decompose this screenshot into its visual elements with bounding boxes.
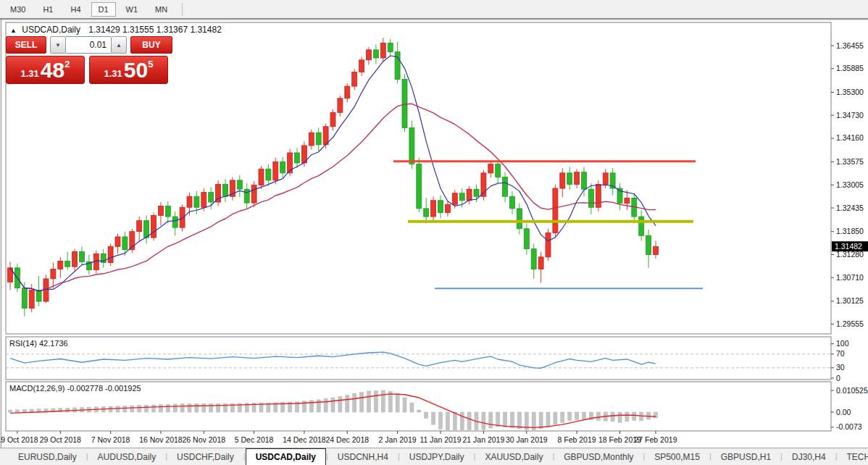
chart-tabs-bar: EURUSD,Daily|AUDUSD,Daily|USDCHF,Daily|U…	[0, 448, 868, 465]
volume-decrease-button[interactable]: ▼	[50, 36, 66, 54]
svg-text:1.36455: 1.36455	[836, 41, 864, 50]
chart-title: ▲ USDCAD,Daily 1.31429 1.31555 1.31367 1…	[10, 25, 222, 35]
svg-text:7 Nov 2018: 7 Nov 2018	[91, 435, 130, 444]
svg-text:70: 70	[836, 349, 845, 358]
collapse-triangle-icon[interactable]: ▲	[10, 27, 17, 34]
chart-tab-xauusd[interactable]: XAUUSD,Daily	[475, 450, 552, 465]
svg-text:1.33005: 1.33005	[836, 180, 864, 189]
timeframe-button-w1[interactable]: W1	[119, 2, 146, 17]
svg-text:5 Dec 2018: 5 Dec 2018	[235, 435, 274, 444]
svg-text:1.30125: 1.30125	[836, 296, 864, 305]
chart-tab-dj30[interactable]: DJ30,H4	[783, 450, 835, 465]
sell-button[interactable]: SELL	[6, 36, 46, 54]
chart-tab-usdjpy[interactable]: USDJPY,Daily	[400, 450, 474, 465]
buy-price-base: 1.31	[104, 68, 122, 79]
rsi-indicator-label: RSI(14) 42.1736	[9, 339, 68, 348]
chart-tab-gbpusd[interactable]: GBPUSD,H1	[711, 450, 780, 465]
chart-ohlc-values: 1.31429 1.31555 1.31367 1.31482	[88, 25, 222, 35]
svg-text:26 Nov 2018: 26 Nov 2018	[183, 435, 226, 444]
volume-input[interactable]	[66, 36, 111, 54]
svg-text:0.00: 0.00	[836, 408, 851, 416]
svg-text:8 Feb 2019: 8 Feb 2019	[558, 435, 596, 444]
svg-text:1.34160: 1.34160	[836, 133, 864, 142]
timeframe-button-h1[interactable]: H1	[36, 2, 60, 17]
svg-text:1.29555: 1.29555	[836, 319, 864, 328]
svg-text:1.31482: 1.31482	[835, 242, 862, 251]
timeframe-button-mn[interactable]: MN	[148, 2, 175, 17]
chart-tab-eurusd[interactable]: EURUSD,Daily	[9, 450, 86, 465]
chart-symbol-label: USDCAD,Daily	[22, 25, 80, 35]
volume-increase-button[interactable]: ▲	[111, 36, 127, 54]
chart-tab-usdcnh[interactable]: USDCNH,H4	[328, 450, 398, 465]
svg-text:11 Jan 2019: 11 Jan 2019	[420, 435, 461, 444]
svg-text:21 Jan 2019: 21 Jan 2019	[462, 435, 504, 444]
sell-price-point: 2	[64, 59, 70, 70]
svg-text:30 Jan 2019: 30 Jan 2019	[506, 435, 548, 444]
toolbar-separator	[182, 3, 183, 16]
svg-text:0.010525: 0.010525	[836, 386, 868, 395]
volume-stepper: ▼ ▲	[50, 36, 127, 54]
svg-text:30: 30	[836, 363, 845, 372]
svg-text:2 Jan 2019: 2 Jan 2019	[379, 435, 417, 444]
svg-text:1.32435: 1.32435	[836, 204, 864, 212]
mt4-terminal: { "toolbar": { "timeframes": ["M30", "H1…	[0, 0, 868, 465]
sell-price-pips: 48	[41, 58, 64, 83]
svg-text:19 Oct 2018: 19 Oct 2018	[0, 435, 38, 444]
svg-text:1.30710: 1.30710	[836, 273, 864, 282]
chart-tab-tech100[interactable]: TECH100,H1	[838, 450, 868, 465]
buy-price-pips: 50	[124, 58, 148, 83]
svg-text:27 Feb 2019: 27 Feb 2019	[635, 435, 677, 444]
chart-tab-usdchf[interactable]: USDCHF,Daily	[167, 450, 243, 465]
svg-text:1.33575: 1.33575	[836, 157, 864, 166]
sell-price-base: 1.31	[21, 68, 39, 79]
chart-tab-sp500[interactable]: SP500,M15	[645, 450, 709, 465]
svg-text:0: 0	[836, 374, 840, 382]
svg-text:1.31850: 1.31850	[836, 227, 864, 235]
chart-tab-audusd[interactable]: AUDUSD,Daily	[88, 450, 166, 465]
svg-text:14 Dec 2018: 14 Dec 2018	[283, 435, 326, 444]
timeframe-toolbar: M30H1H4D1W1MN	[0, 0, 868, 20]
svg-text:24 Dec 2018: 24 Dec 2018	[326, 435, 370, 444]
svg-text:1.34730: 1.34730	[836, 111, 864, 120]
buy-price-point: 5	[148, 59, 153, 70]
buy-price-button[interactable]: 1.31 50 5	[89, 56, 168, 84]
sell-price-button[interactable]: 1.31 48 2	[6, 56, 85, 84]
chart-tab-usdcad[interactable]: USDCAD,Daily	[246, 448, 326, 465]
buy-button[interactable]: BUY	[130, 36, 172, 54]
timeframe-button-h4[interactable]: H4	[63, 2, 88, 17]
svg-text:29 Oct 2018: 29 Oct 2018	[40, 435, 81, 444]
one-click-trading-panel: SELL ▼ ▲ BUY 1.31 48 2 1.31 50 5	[6, 36, 177, 84]
timeframe-button-d1[interactable]: D1	[91, 2, 116, 17]
timeframe-button-m30[interactable]: M30	[3, 2, 33, 17]
chevron-down-icon: ▼	[55, 42, 61, 49]
chevron-up-icon: ▲	[116, 42, 122, 49]
svg-text:100: 100	[836, 339, 849, 348]
svg-text:16 Nov 2018: 16 Nov 2018	[139, 435, 183, 444]
svg-text:1.35300: 1.35300	[836, 88, 864, 96]
chart-tab-gbpusd[interactable]: GBPUSD,Monthly	[554, 450, 643, 465]
svg-text:1.35885: 1.35885	[836, 64, 864, 72]
macd-indicator-label: MACD(12,26,9) -0.002778 -0.001925	[9, 384, 141, 393]
svg-text:-0.0073: -0.0073	[836, 422, 862, 431]
